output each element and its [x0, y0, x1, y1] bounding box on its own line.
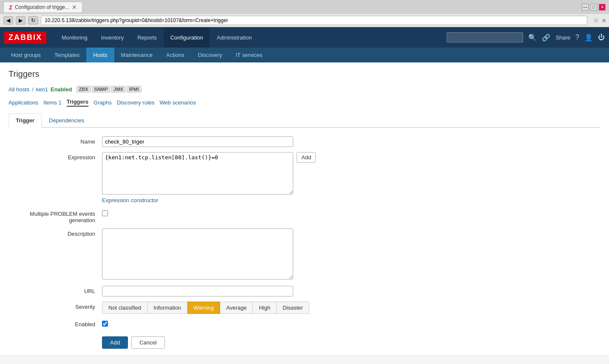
breadcrumb-host[interactable]: ken1 [36, 86, 48, 93]
form-row-multiple-problem: Multiple PROBLEM events generation [8, 209, 391, 223]
tab-dependencies[interactable]: Dependencies [42, 113, 91, 128]
user-icon[interactable]: 👤 [584, 34, 593, 42]
enabled-checkbox[interactable] [102, 321, 108, 327]
tab-close-icon[interactable]: ✕ [72, 4, 77, 11]
breadcrumb-sep1: / [32, 86, 34, 93]
zabbix-logo[interactable]: ZABBIX [4, 31, 46, 44]
subnav-maintenance[interactable]: Maintenance [114, 48, 159, 62]
add-button[interactable]: Add [102, 336, 128, 349]
url-label: URL [8, 286, 102, 294]
top-nav: ZABBIX Monitoring Inventory Reports Conf… [0, 27, 609, 48]
subnav-hosts[interactable]: Hosts [86, 48, 114, 62]
description-textarea[interactable] [102, 229, 293, 279]
form-tabs: Trigger Dependencies [8, 113, 601, 128]
top-nav-items: Monitoring Inventory Reports Configurati… [55, 27, 447, 48]
multiple-problem-checkbox[interactable] [102, 210, 108, 216]
description-control [102, 229, 391, 281]
breadcrumb: All hosts / ken1 Enabled ZBX SNMP JMX IP… [8, 86, 601, 93]
refresh-button[interactable]: ↻ [28, 16, 38, 25]
back-button[interactable]: ◀ [3, 16, 13, 25]
severity-warning[interactable]: Warning [187, 302, 220, 314]
host-tab-webscenarios[interactable]: Web scenarios [160, 99, 196, 106]
expression-textarea[interactable] [102, 152, 293, 195]
form-row-enabled: Enabled [8, 319, 391, 328]
url-control [102, 286, 391, 296]
page-title: Triggers [8, 69, 601, 79]
form-row-description: Description [8, 229, 391, 281]
address-bar[interactable] [41, 16, 587, 25]
severity-buttons: Not classified Information Warning Avera… [102, 302, 391, 314]
name-label: Name [8, 136, 102, 145]
nav-configuration[interactable]: Configuration [164, 27, 210, 48]
form-row-severity: Severity Not classified Information Warn… [8, 302, 391, 314]
sub-nav: Host groups Templates Hosts Maintenance … [0, 48, 609, 62]
share-label: Share [555, 34, 570, 41]
top-nav-right: 🔍 🔗 Share ? 👤 ⏻ [447, 32, 605, 42]
host-tabs: Applications Items 1 Triggers Graphs Dis… [8, 99, 601, 107]
subnav-discovery[interactable]: Discovery [191, 48, 229, 62]
badge-zbx: ZBX [76, 86, 91, 93]
breadcrumb-enabled: Enabled [51, 86, 72, 93]
window-controls: — □ ✕ [582, 4, 606, 11]
maximize-button[interactable]: □ [590, 4, 597, 11]
expression-constructor-link[interactable]: Expression constructor [102, 197, 158, 203]
nav-reports[interactable]: Reports [130, 27, 164, 48]
add-expression-button[interactable]: Add [297, 152, 316, 163]
severity-information[interactable]: Information [147, 302, 187, 314]
form-row-expression: Expression Add Expression constructor [8, 152, 391, 203]
subnav-actions[interactable]: Actions [159, 48, 191, 62]
zabbix-app: ZABBIX Monitoring Inventory Reports Conf… [0, 27, 609, 364]
breadcrumb-badges: ZBX SNMP JMX IPMI [76, 86, 142, 93]
trigger-form: Name Expression Add Expression construct… [8, 136, 391, 349]
badge-ipmi: IPMI [127, 86, 142, 93]
close-button[interactable]: ✕ [599, 4, 606, 11]
nav-inventory[interactable]: Inventory [94, 27, 130, 48]
menu-icon[interactable]: ≡ [602, 17, 606, 24]
host-tab-items[interactable]: Items 1 [43, 99, 62, 106]
browser-tab: Z Configuration of trigge... ✕ [3, 2, 82, 12]
tab-trigger[interactable]: Trigger [8, 113, 42, 128]
expr-row: Add [102, 152, 391, 195]
browser-addressbar: ◀ ▶ ↻ ☆ ≡ [0, 14, 609, 27]
host-tab-graphs[interactable]: Graphs [93, 99, 112, 106]
nav-administration[interactable]: Administration [210, 27, 258, 48]
browser-chrome: Z Configuration of trigge... ✕ — □ ✕ ◀ ▶… [0, 0, 609, 27]
name-control [102, 136, 391, 147]
severity-high[interactable]: High [253, 302, 277, 314]
form-row-url: URL [8, 286, 391, 296]
power-icon[interactable]: ⏻ [598, 34, 605, 41]
browser-icons: ☆ ≡ [593, 17, 606, 24]
url-input[interactable] [102, 286, 293, 296]
badge-snmp: SNMP [92, 86, 110, 93]
host-tab-discoveryrules[interactable]: Discovery rules [117, 99, 155, 106]
nav-monitoring[interactable]: Monitoring [55, 27, 94, 48]
help-icon[interactable]: ? [575, 34, 579, 41]
host-tab-applications[interactable]: Applications [8, 99, 38, 106]
cancel-button[interactable]: Cancel [131, 336, 164, 349]
severity-control: Not classified Information Warning Avera… [102, 302, 391, 314]
subnav-hostgroups[interactable]: Host groups [4, 48, 48, 62]
severity-average[interactable]: Average [220, 302, 253, 314]
name-input[interactable] [102, 136, 293, 147]
minimize-button[interactable]: — [582, 4, 589, 11]
search-icon[interactable]: 🔍 [528, 34, 537, 42]
subnav-templates[interactable]: Templates [48, 48, 86, 62]
breadcrumb-allhosts[interactable]: All hosts [8, 86, 29, 93]
bookmark-icon[interactable]: ☆ [593, 17, 599, 24]
enabled-control [102, 319, 391, 328]
severity-disaster[interactable]: Disaster [277, 302, 309, 314]
browser-titlebar: Z Configuration of trigge... ✕ — □ ✕ [0, 0, 609, 14]
form-row-name: Name [8, 136, 391, 147]
forward-button[interactable]: ▶ [16, 16, 25, 25]
tab-title: Configuration of trigge... [15, 4, 69, 10]
severity-label: Severity [8, 302, 102, 310]
share-icon[interactable]: 🔗 [542, 34, 550, 42]
multiple-problem-control [102, 209, 391, 217]
page-footer: Zabbix 3.0.22 © 2001–2018, Zabbix SIA [0, 356, 609, 364]
severity-not-classified[interactable]: Not classified [102, 302, 147, 314]
host-tab-triggers[interactable]: Triggers [67, 99, 88, 107]
expression-control: Add Expression constructor [102, 152, 391, 203]
subnav-itservices[interactable]: IT services [229, 48, 269, 62]
page-content: Triggers All hosts / ken1 Enabled ZBX SN… [0, 62, 609, 356]
search-input[interactable] [447, 32, 523, 42]
